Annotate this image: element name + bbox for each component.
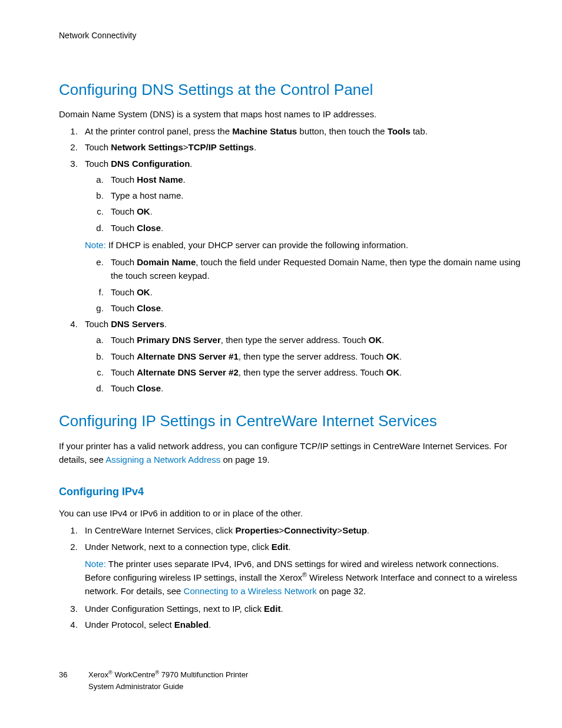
step-3g: Touch Close. (106, 301, 521, 315)
step-4a: Touch Primary DNS Server, then type the … (106, 333, 521, 347)
step-3a: Touch Host Name. (106, 173, 521, 186)
step-1: At the printer control panel, press the … (80, 124, 521, 138)
link-assign-address[interactable]: Assigning a Network Address (105, 454, 220, 465)
link-wireless-network[interactable]: Connecting to a Wireless Network (184, 586, 317, 596)
heading-dns: Configuring DNS Settings at the Control … (59, 78, 521, 101)
centreware-intro: If your printer has a valid network addr… (59, 439, 521, 467)
ipv4-step-2: Under Network, next to a connection type… (80, 540, 521, 598)
ipv4-steps: In CentreWare Internet Services, click P… (59, 523, 521, 631)
ipv4-step-4: Under Protocol, select Enabled. (80, 618, 521, 631)
running-header: Network Connectivity (59, 29, 521, 42)
step-4d: Touch Close. (106, 381, 521, 395)
step-3b: Type a host name. (106, 189, 521, 202)
footer-text: Xerox® WorkCentre® 7970 Multifunction Pr… (88, 669, 248, 693)
step-4c: Touch Alternate DNS Server #2, then type… (106, 365, 521, 379)
step-3-sub-cont: Touch Domain Name, touch the field under… (85, 255, 521, 315)
step-3f: Touch OK. (106, 285, 521, 299)
ipv4-step-1: In CentreWare Internet Services, click P… (80, 523, 521, 537)
step-4b: Touch Alternate DNS Server #1, then type… (106, 350, 521, 363)
step-3: Touch DNS Configuration. Touch Host Name… (80, 157, 521, 315)
step-3-sub: Touch Host Name. Type a host name. Touch… (85, 173, 521, 235)
dns-steps: At the printer control panel, press the … (59, 124, 521, 395)
page-footer: 36 Xerox® WorkCentre® 7970 Multifunction… (59, 669, 248, 693)
heading-centreware: Configuring IP Settings in CentreWare In… (59, 409, 521, 433)
step-4: Touch DNS Servers. Touch Primary DNS Ser… (80, 317, 521, 395)
ipv4-intro: You can use IPv4 or IPv6 in addition to … (59, 506, 521, 520)
step-3c: Touch OK. (106, 205, 521, 218)
page-number: 36 (59, 669, 67, 681)
heading-ipv4: Configuring IPv4 (59, 484, 521, 500)
step-3d: Touch Close. (106, 221, 521, 235)
dns-intro: Domain Name System (DNS) is a system tha… (59, 107, 521, 121)
dhcp-note: Note: If DHCP is enabled, your DHCP serv… (85, 238, 521, 252)
step-4-sub: Touch Primary DNS Server, then type the … (85, 333, 521, 395)
ipv4-note: Note: The printer uses separate IPv4, IP… (85, 557, 521, 598)
step-2: Touch Network Settings>TCP/IP Settings. (80, 140, 521, 154)
step-3e: Touch Domain Name, touch the field under… (106, 255, 521, 283)
ipv4-step-3: Under Configuration Settings, next to IP… (80, 602, 521, 615)
